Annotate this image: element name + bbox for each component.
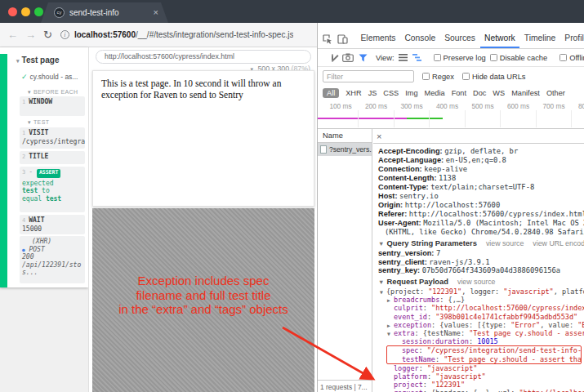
header-line: Content-Length: 1138 — [378, 174, 584, 183]
command-visit[interactable]: 1VISIT/cypress/integra — [20, 127, 85, 149]
payload-segment: "Test page cy.should - assert that <titl… — [444, 355, 581, 363]
tab-close-icon[interactable]: × — [154, 8, 158, 17]
network-toolbar: View: Preserve log Disable cache Offline… — [318, 49, 584, 67]
payload-line[interactable]: ▶breadcrumbs: {,…} — [378, 296, 584, 304]
inspect-element-icon[interactable] — [323, 34, 332, 44]
devtools-tab-elements[interactable]: Elements — [356, 29, 400, 48]
payload-line[interactable]: ▶request: {headers: {,…}, url: "http://l… — [378, 389, 584, 392]
payload-segment: testName — [402, 355, 435, 363]
address-bar[interactable]: localhost:57600/__/#/tests/integration/s… — [74, 30, 293, 39]
filter-pill-all[interactable]: All — [323, 88, 339, 98]
command-wait[interactable]: 4WAIT15000 — [20, 215, 85, 234]
triangle-right-icon[interactable]: ▶ — [387, 322, 394, 329]
payload-line[interactable]: culprit: "http://localhost:57600/cypress… — [378, 304, 584, 312]
payload-line[interactable]: project: "122391" — [378, 381, 584, 389]
payload-line[interactable]: event_id: "398b001c4e1741cfabbf9945adbd5… — [378, 313, 584, 321]
filter-pill-ws[interactable]: WS — [493, 89, 505, 97]
header-value: http://localhost:57600 — [405, 201, 501, 209]
triangle-right-icon[interactable]: ▶ — [387, 296, 394, 304]
view-url-encoded-link[interactable]: view URL encoded — [533, 239, 584, 247]
view-waterfall-icon[interactable] — [412, 54, 421, 61]
command-title[interactable]: 2TITLE — [20, 151, 85, 164]
filter-pill-css[interactable]: CSS — [383, 89, 399, 97]
payload-line[interactable]: session:duration: 10015 — [378, 337, 584, 345]
payload-line[interactable]: ▼{project: "122391", logger: "javascript… — [378, 287, 584, 296]
payload-line[interactable]: platform: "javascript" — [378, 372, 584, 381]
payload-segment: culprit — [394, 304, 423, 312]
devtools-tab-sources[interactable]: Sources — [440, 29, 480, 48]
triangle-down-icon[interactable]: ▼ — [380, 288, 386, 296]
command-window[interactable]: 1WINDOW — [20, 96, 85, 116]
window-minimize-button[interactable] — [21, 7, 30, 16]
timeline-gridline — [571, 110, 572, 127]
browser-tab[interactable]: cy send-test-info × — [41, 2, 168, 23]
filter-pill-media[interactable]: Media — [425, 89, 445, 97]
offline-checkbox[interactable] — [559, 54, 567, 61]
header-value: gzip, deflate, br — [444, 147, 518, 155]
payload-line[interactable]: ▶exception: {values: [{type: "Error", va… — [378, 321, 584, 329]
payload-line[interactable]: testName: "Test page cy.should - assert … — [387, 355, 581, 363]
command-xhr[interactable]: (XHR)● POST200/api/122391/stos... — [20, 236, 85, 283]
header-name: Referer: — [378, 210, 409, 218]
command-log: ▾Test page ✓cy.should - as... ▾BEFORE EA… — [0, 47, 88, 287]
header-name: Connection: — [378, 165, 424, 173]
filter-pill-font[interactable]: Font — [452, 89, 466, 97]
hide-data-urls-checkbox[interactable] — [462, 73, 470, 80]
payload-line[interactable]: logger: "javascript" — [378, 364, 584, 372]
payload-segment: project — [394, 381, 423, 389]
collapse-caret-icon: ▾ — [28, 119, 31, 125]
view-source-link[interactable]: view source — [457, 278, 495, 286]
devtools-tab-console[interactable]: Console — [400, 29, 440, 48]
command-assert[interactable]: 3- ASSERTexpected test to equal test — [20, 167, 85, 212]
cypress-reporter: ▾Test page ✓cy.should - as... ▾BEFORE EA… — [0, 47, 88, 392]
filter-pill-img[interactable]: Img — [405, 89, 417, 97]
filter-pill-xhr[interactable]: XHR — [345, 89, 361, 97]
filter-pill-manifest[interactable]: Manifest — [511, 89, 540, 97]
payload-segment: : {,…} — [439, 296, 465, 304]
filter-pill-other[interactable]: Other — [546, 89, 565, 97]
payload-segment: "javascript" — [503, 287, 553, 296]
view-list-icon[interactable] — [399, 54, 408, 61]
payload-line[interactable]: ▼extra: {testName: "Test page cy.should … — [378, 329, 584, 337]
window-zoom-button[interactable] — [34, 7, 43, 16]
back-icon[interactable]: ← — [7, 29, 18, 41]
name-column-header[interactable]: Name — [318, 129, 372, 143]
aut-iframe: This is a test page. In 10 second it wil… — [92, 70, 314, 207]
close-detail-icon[interactable]: × — [377, 131, 381, 141]
request-detail-tabs: × — [373, 129, 584, 144]
query-string-section-header[interactable]: ▼Query String Parametersview sourceview … — [378, 238, 584, 249]
timeline-tick-label: 700 ms — [537, 102, 571, 110]
payload-segment: "122391" — [428, 287, 461, 296]
aut-url-display[interactable]: http://localhost:57600/cypress/index.htm… — [96, 50, 311, 64]
regex-checkbox[interactable] — [422, 73, 430, 80]
filter-pill-js[interactable]: JS — [368, 89, 377, 97]
reload-icon[interactable]: ↻ — [43, 29, 52, 41]
devtools-tab-profiles[interactable]: Profiles — [560, 29, 584, 48]
test-title[interactable]: ✓cy.should - as... — [21, 73, 78, 81]
window-close-button[interactable] — [8, 7, 17, 16]
view-source-link[interactable]: view source — [486, 239, 524, 247]
query-param-line: sentry_version: 7 — [378, 249, 584, 258]
triangle-down-icon[interactable]: ▼ — [387, 330, 394, 337]
devtools-tab-network[interactable]: Network — [480, 29, 520, 48]
preserve-log-label: Preserve log — [444, 54, 486, 62]
screenshot-camera-icon[interactable] — [342, 53, 354, 62]
device-toolbar-icon[interactable] — [337, 34, 348, 44]
filter-funnel-icon[interactable] — [359, 54, 368, 62]
page-info-icon[interactable]: i — [60, 30, 69, 39]
preserve-log-checkbox[interactable] — [434, 54, 441, 61]
disable-cache-checkbox[interactable] — [490, 54, 497, 61]
forward-icon[interactable]: → — [25, 29, 36, 41]
devtools-tab-timeline[interactable]: Timeline — [519, 29, 560, 48]
filter-pill-doc[interactable]: Doc — [473, 89, 486, 97]
filter-input[interactable] — [323, 70, 414, 82]
annotation-line-1: Exception includes spec — [92, 274, 314, 288]
payload-line[interactable]: spec: "/cypress/integration/send-test-in… — [387, 346, 581, 354]
request-row[interactable]: ?sentry_vers... — [318, 143, 372, 156]
clear-icon[interactable] — [332, 54, 333, 62]
timeline-gridline — [465, 110, 466, 127]
suite-title[interactable]: ▾Test page — [16, 56, 59, 65]
request-payload-section-header[interactable]: ▼Request Payloadview source — [378, 277, 584, 287]
payload-segment: session:duration — [402, 337, 469, 345]
network-overview[interactable]: 100 ms200 ms300 ms400 ms500 ms600 ms700 … — [318, 100, 584, 129]
